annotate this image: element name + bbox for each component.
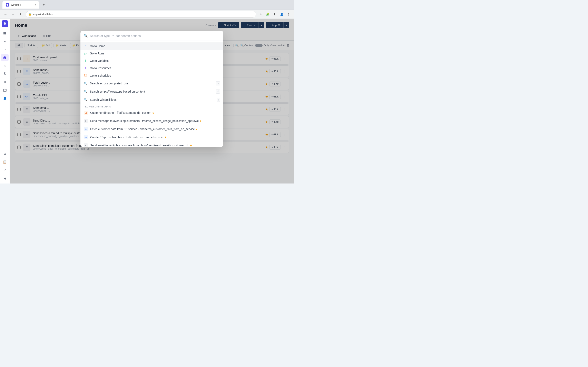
result-flow-item-2[interactable]: ≡ Send message to overusing customers - … — [80, 117, 223, 125]
main-content: Home Create a + Script </> + Flow ≡ ▾ — [10, 19, 294, 184]
result-search-logs-label: Search Windmill logs — [90, 98, 214, 101]
back-button[interactable]: ← — [2, 11, 9, 17]
sidebar-item-collapse[interactable]: ◀ — [1, 175, 9, 182]
address-text: app.windmill.dev — [33, 13, 53, 16]
svg-rect-2 — [3, 33, 5, 34]
tab-favicon — [6, 3, 9, 7]
menu-button[interactable]: ⋮ — [285, 11, 292, 17]
variables-nav-icon: $ — [84, 59, 87, 62]
flow-item-4-icon: </> — [84, 135, 88, 139]
app-layout: ★ ⌕ ▷ $ ❋ 👤 ⚙ 📋 ? ◀ Home Create a + Scri… — [0, 19, 294, 184]
sidebar-item-resources[interactable]: ❋ — [1, 78, 9, 86]
sidebar: ★ ⌕ ▷ $ ❋ 👤 ⚙ 📋 ? ◀ — [0, 19, 10, 184]
result-go-variables[interactable]: $ Go to Variables — [80, 57, 223, 64]
result-flow-item-4-label: Create EE/pro subscriber - f/bd/create_e… — [90, 136, 220, 139]
sidebar-item-dashboard[interactable] — [1, 29, 9, 37]
browser-nav-icons: ☆ 🧩 ⬇ 👤 ⋮ — [258, 11, 292, 17]
result-go-resources-label: Go to Resources — [90, 67, 220, 70]
result-flow-item-4[interactable]: </> Create EE/pro subscriber - f/bd/crea… — [80, 133, 223, 141]
browser-tab[interactable]: Windmill × — [2, 1, 39, 8]
result-go-home-label: Go to Home — [90, 44, 220, 48]
result-search-content-label: Search scripts/flows/apps based on conte… — [90, 90, 213, 93]
sidebar-item-help[interactable]: ? — [1, 166, 9, 174]
result-go-schedules-label: Go to Schedules — [90, 74, 220, 77]
svg-rect-4 — [3, 89, 6, 92]
reload-button[interactable]: ↻ — [18, 11, 24, 17]
home-nav-icon: ⌂ — [84, 44, 87, 48]
sidebar-item-runs[interactable]: ▷ — [1, 62, 9, 69]
svg-rect-7 — [84, 74, 87, 76]
forward-button[interactable]: → — [10, 11, 16, 17]
search-logs-icon: 🔍 — [84, 98, 87, 101]
flows-section-label: Flows/Scripts/Apps — [80, 104, 223, 109]
search-runs-icon: 🔍 — [84, 82, 87, 85]
search-content-icon: 🔍 — [84, 90, 87, 93]
result-search-logs[interactable]: 🔍 Search Windmill logs ! — [80, 96, 223, 104]
result-search-runs[interactable]: 🔍 Search across completed runs > — [80, 79, 223, 87]
runs-nav-icon: ▷ — [84, 52, 87, 55]
result-search-content[interactable]: 🔍 Search scripts/flows/apps based on con… — [80, 87, 223, 96]
sidebar-item-users[interactable]: 👤 — [1, 95, 9, 102]
flow-item-1-icon: ⊞ — [84, 111, 88, 115]
sidebar-item-audit[interactable]: 📋 — [1, 158, 9, 166]
sidebar-item-favorites[interactable]: ★ — [1, 38, 9, 45]
svg-rect-1 — [5, 32, 6, 33]
sidebar-item-search[interactable]: ⌕ — [1, 46, 9, 53]
search-runs-shortcut: > — [216, 81, 220, 85]
result-flow-item-1-label: Customer db panel - f/bd/customers_db_cu… — [90, 111, 220, 114]
result-flow-item-1[interactable]: ⊞ Customer db panel - f/bd/customers_db_… — [80, 109, 223, 117]
schedules-nav-icon — [84, 74, 87, 77]
profile-button[interactable]: 👤 — [278, 11, 285, 17]
bookmark-button[interactable]: ☆ — [258, 11, 264, 17]
flow-item-3-icon: </> — [84, 127, 88, 131]
result-flow-item-5-label: Send email to multiple customers from db… — [90, 144, 220, 147]
result-go-home[interactable]: ⌂ Go to Home — [80, 42, 223, 50]
result-search-runs-label: Search across completed runs — [90, 82, 213, 85]
svg-rect-0 — [3, 32, 5, 33]
search-content-shortcut: # — [216, 90, 220, 94]
app-logo[interactable] — [2, 20, 8, 27]
svg-rect-3 — [5, 33, 6, 34]
new-tab-button[interactable]: + — [41, 2, 47, 8]
result-go-resources[interactable]: ❋ Go to Resources — [80, 64, 223, 72]
modal-search-icon: 🔍 — [84, 34, 88, 38]
resources-nav-icon: ❋ — [84, 67, 87, 70]
sidebar-item-settings[interactable]: ⚙ — [1, 150, 9, 157]
result-flow-item-3[interactable]: </> Fetch customer data from EE service … — [80, 125, 223, 133]
sidebar-item-schedules[interactable] — [1, 86, 9, 94]
tab-close-button[interactable]: × — [35, 3, 36, 6]
download-button[interactable]: ⬇ — [272, 11, 278, 17]
sidebar-item-variables[interactable]: $ — [1, 70, 9, 77]
sidebar-item-home[interactable] — [1, 54, 9, 61]
search-modal-overlay[interactable]: 🔍 ⌂ Go to Home ▷ Go to Runs — [10, 19, 294, 184]
search-logs-shortcut: ! — [217, 98, 220, 102]
flow-item-5-icon: ≡ — [84, 143, 88, 147]
search-input-row: 🔍 — [80, 31, 223, 41]
address-bar[interactable]: 🔒 app.windmill.dev — [26, 11, 256, 17]
search-results: ⌂ Go to Home ▷ Go to Runs $ Go to Variab… — [80, 41, 223, 147]
result-go-runs-label: Go to Runs — [90, 52, 220, 55]
result-flow-item-5[interactable]: ≡ Send email to multiple customers from … — [80, 141, 223, 147]
browser-chrome: Windmill × + — [0, 0, 294, 10]
result-go-schedules[interactable]: Go to Schedules — [80, 72, 223, 79]
search-input[interactable] — [90, 34, 220, 38]
tab-title: Windmill — [11, 3, 33, 6]
result-go-variables-label: Go to Variables — [90, 59, 220, 62]
flow-item-2-icon: ≡ — [84, 119, 88, 123]
search-modal: 🔍 ⌂ Go to Home ▷ Go to Runs — [80, 31, 223, 147]
extensions-button[interactable]: 🧩 — [265, 11, 271, 17]
lock-icon: 🔒 — [28, 13, 31, 16]
result-flow-item-2-label: Send message to overusing customers - f/… — [90, 119, 220, 123]
browser-nav: ← → ↻ 🔒 app.windmill.dev ☆ 🧩 ⬇ 👤 ⋮ — [0, 10, 294, 19]
result-flow-item-3-label: Fetch customer data from EE service - f/… — [90, 127, 220, 131]
result-go-runs[interactable]: ▷ Go to Runs — [80, 50, 223, 57]
